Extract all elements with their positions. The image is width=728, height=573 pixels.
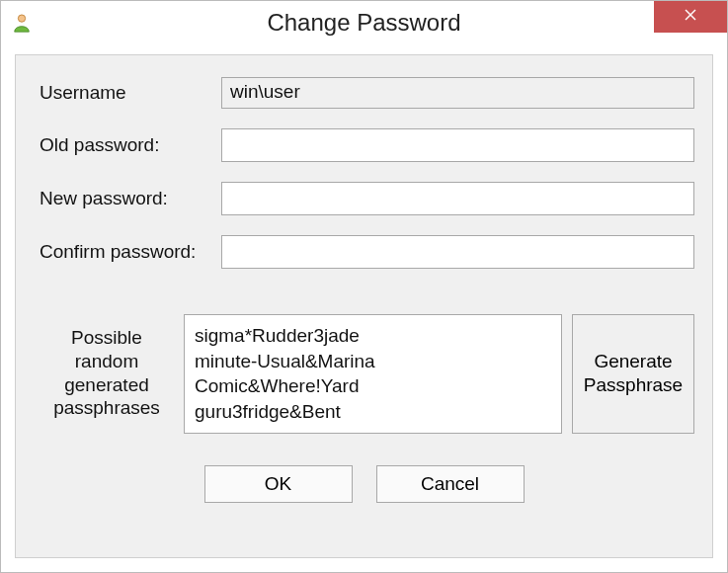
- confirm-password-input[interactable]: [221, 235, 694, 269]
- cancel-button[interactable]: Cancel: [376, 465, 525, 503]
- passphrase-list: sigma*Rudder3jade minute-Usual&Marina Co…: [184, 314, 562, 434]
- dialog-button-row: OK Cancel: [34, 465, 694, 503]
- close-icon: [684, 8, 697, 26]
- passphrase-label-line: generated: [34, 373, 180, 397]
- passphrase-label-line: passphrases: [34, 396, 180, 420]
- generate-btn-line: Passphrase: [584, 373, 683, 398]
- old-password-label: Old password:: [34, 134, 221, 156]
- ok-button[interactable]: OK: [204, 465, 353, 503]
- new-password-label: New password:: [34, 188, 221, 209]
- generate-btn-line: Generate: [584, 350, 683, 374]
- change-password-window: Change Password Username win\user Old pa…: [0, 0, 728, 573]
- passphrase-label-line: random: [34, 350, 180, 373]
- old-password-input[interactable]: [221, 128, 694, 162]
- username-row: Username win\user: [34, 77, 694, 109]
- passphrase-label-line: Possible: [34, 326, 180, 350]
- confirm-password-label: Confirm password:: [34, 241, 221, 263]
- window-title: Change Password: [1, 9, 727, 37]
- user-icon: [11, 12, 33, 34]
- passphrase-item: Comic&Where!Yard: [195, 375, 359, 396]
- svg-point-0: [18, 15, 25, 22]
- username-field: win\user: [221, 77, 694, 109]
- close-button[interactable]: [654, 1, 727, 33]
- generate-passphrase-button[interactable]: Generate Passphrase: [572, 314, 694, 434]
- old-password-row: Old password:: [34, 128, 694, 162]
- new-password-row: New password:: [34, 182, 694, 215]
- passphrase-item: sigma*Rudder3jade: [195, 325, 360, 346]
- passphrase-item: guru3fridge&Bent: [195, 401, 341, 422]
- content-panel: Username win\user Old password: New pass…: [15, 54, 713, 558]
- confirm-password-row: Confirm password:: [34, 235, 694, 269]
- passphrase-label: Possible random generated passphrases: [34, 314, 180, 434]
- titlebar: Change Password: [1, 1, 727, 44]
- passphrase-item: minute-Usual&Marina: [195, 351, 375, 371]
- passphrase-section: Possible random generated passphrases si…: [34, 314, 694, 434]
- new-password-input[interactable]: [221, 182, 694, 215]
- username-label: Username: [34, 82, 221, 104]
